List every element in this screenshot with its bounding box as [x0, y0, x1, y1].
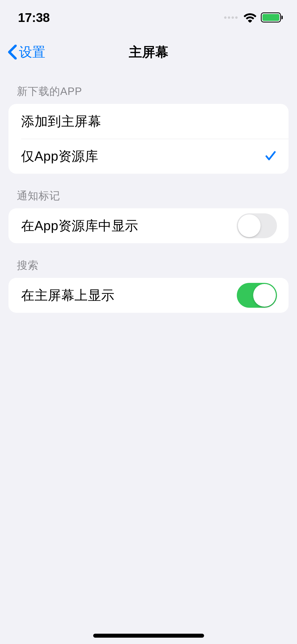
- row-show-in-app-library: 在App资源库中显示: [8, 208, 289, 243]
- navigation-bar: 设置 主屏幕: [0, 35, 297, 69]
- chevron-left-icon: [7, 45, 17, 59]
- checkmark-icon: [264, 150, 277, 163]
- row-label: 在App资源库中显示: [21, 217, 138, 235]
- wifi-icon: [243, 12, 257, 23]
- back-label: 设置: [19, 43, 45, 61]
- section-header-badges: 通知标记: [8, 174, 289, 208]
- option-label: 仅App资源库: [21, 148, 98, 165]
- row-show-on-home: 在主屏幕上显示: [8, 278, 289, 313]
- toggle-show-in-app-library[interactable]: [237, 213, 277, 238]
- back-button[interactable]: 设置: [7, 43, 45, 61]
- status-time: 17:38: [18, 10, 50, 25]
- option-label: 添加到主屏幕: [21, 113, 101, 130]
- badges-group: 在App资源库中显示: [8, 208, 289, 243]
- home-indicator[interactable]: [93, 634, 204, 638]
- status-bar: 17:38: [0, 0, 297, 35]
- new-apps-group: 添加到主屏幕 仅App资源库: [8, 104, 289, 174]
- page-title: 主屏幕: [129, 43, 168, 61]
- section-header-new-apps: 新下载的APP: [8, 69, 289, 104]
- battery-icon: [261, 12, 283, 22]
- option-add-to-home[interactable]: 添加到主屏幕: [8, 104, 289, 139]
- section-header-search: 搜索: [8, 243, 289, 278]
- option-app-library-only[interactable]: 仅App资源库: [8, 139, 289, 174]
- toggle-show-on-home[interactable]: [237, 283, 277, 308]
- cellular-icon: [224, 16, 238, 19]
- status-indicators: [224, 12, 283, 23]
- row-label: 在主屏幕上显示: [21, 287, 115, 304]
- search-group: 在主屏幕上显示: [8, 278, 289, 313]
